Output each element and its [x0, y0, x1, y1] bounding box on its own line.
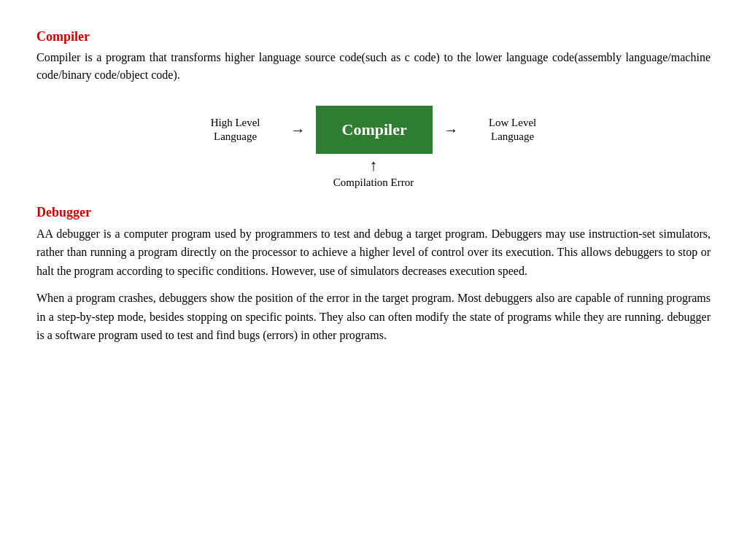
- arrow-right-1: →: [290, 122, 305, 139]
- debugger-section: Debugger AA debugger is a computer progr…: [36, 205, 711, 346]
- debugger-title: Debugger: [36, 205, 711, 220]
- compilation-error-section: ↑ Compilation Error: [333, 158, 414, 190]
- compiler-title: Compiler: [36, 29, 711, 44]
- compiler-section: Compiler Compiler is a program that tran…: [36, 29, 711, 190]
- debugger-paragraph-1: AA debugger is a computer program used b…: [36, 225, 711, 281]
- compiler-description: Compiler is a program that transforms hi…: [36, 49, 711, 84]
- compiler-diagram: High Level Language → Compiler → Low Lev…: [191, 106, 556, 190]
- arrow-right-2: →: [444, 122, 458, 139]
- compilation-error-label: Compilation Error: [333, 176, 414, 190]
- high-level-language-label: High Level Language: [191, 116, 279, 144]
- compiler-box: Compiler: [316, 106, 433, 154]
- arrow-up-icon: ↑: [370, 158, 378, 174]
- diagram-wrapper: High Level Language → Compiler → Low Lev…: [191, 106, 556, 190]
- debugger-paragraph-2: When a program crashes, debuggers show t…: [36, 289, 711, 345]
- diagram-main-row: High Level Language → Compiler → Low Lev…: [191, 106, 556, 154]
- low-level-language-label: Low Level Language: [469, 116, 556, 144]
